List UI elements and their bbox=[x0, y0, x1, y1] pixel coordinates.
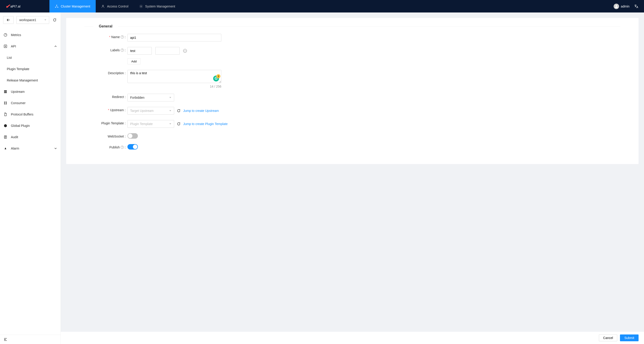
svg-rect-9 bbox=[4, 92, 7, 92]
section-title: General bbox=[99, 24, 112, 28]
api-icon bbox=[4, 45, 7, 48]
sidebar-label: Metrics bbox=[11, 33, 21, 37]
row-name: * Name ? : bbox=[84, 34, 620, 42]
sidebar-label: Upstream bbox=[11, 90, 25, 94]
upstream-placeholder: Target Upstream bbox=[130, 109, 154, 113]
workspace-select[interactable]: workspace1 bbox=[16, 16, 49, 24]
redirect-value: Forbidden bbox=[130, 96, 144, 99]
gauge-icon bbox=[4, 33, 7, 37]
row-websocket: WebSocket : bbox=[84, 133, 620, 139]
language-icon[interactable] bbox=[634, 4, 638, 9]
logo-icon: ✔ bbox=[6, 3, 10, 10]
refresh-workspace-button[interactable] bbox=[52, 17, 57, 23]
footer-actions: Cancel Submit bbox=[61, 332, 644, 344]
sidebar-item-api-list[interactable]: List bbox=[0, 52, 60, 63]
cluster-icon bbox=[55, 5, 58, 8]
svg-rect-10 bbox=[4, 92, 7, 93]
sidebar-submenu-api: API List Plugin Template Release Managem… bbox=[0, 41, 60, 86]
description-textarea[interactable] bbox=[128, 70, 221, 83]
collapse-sidebar-button[interactable] bbox=[0, 335, 60, 344]
audit-icon bbox=[4, 135, 7, 139]
nav-label: Access Control bbox=[107, 5, 128, 8]
svg-point-14 bbox=[6, 104, 7, 104]
name-input[interactable] bbox=[128, 34, 221, 42]
nav-system-management[interactable]: System Management bbox=[134, 0, 180, 13]
create-plugin-template-link[interactable]: Jump to create Plugin Template bbox=[183, 122, 228, 126]
upstream-icon bbox=[4, 90, 7, 94]
sidebar-label: Plugin Template bbox=[7, 67, 29, 71]
sidebar-item-api[interactable]: API bbox=[0, 41, 60, 52]
sidebar-label: Consumer bbox=[11, 101, 26, 105]
top-nav: Cluster Management Access Control System… bbox=[50, 0, 608, 13]
user-name: admin bbox=[621, 5, 630, 8]
label-websocket: WebSocket : bbox=[84, 133, 128, 138]
create-upstream-link[interactable]: Jump to create Upstream bbox=[183, 109, 219, 113]
row-plugin-template: Plugin Template : Plugin Template Jump t… bbox=[84, 120, 620, 128]
sidebar-label: API bbox=[11, 45, 16, 48]
sidebar-item-metrics[interactable]: Metrics bbox=[0, 29, 60, 41]
websocket-toggle[interactable] bbox=[128, 133, 138, 139]
sidebar-item-audit[interactable]: Audit bbox=[0, 131, 60, 143]
consumer-icon bbox=[4, 101, 7, 105]
sidebar: workspace1 Metrics API List Plugin Templ… bbox=[0, 13, 61, 344]
help-icon[interactable]: ? bbox=[121, 35, 124, 39]
label-labels: Labels ? : bbox=[84, 47, 128, 52]
label-name: * Name ? : bbox=[84, 34, 128, 39]
chevron-down-icon bbox=[54, 147, 57, 150]
sidebar-label: Release Management bbox=[7, 79, 38, 82]
user-menu[interactable]: admin bbox=[614, 4, 630, 9]
sidebar-label: Protocol Buffers bbox=[11, 113, 33, 116]
description-counter: 14 / 256 bbox=[128, 85, 221, 88]
svg-rect-8 bbox=[4, 90, 7, 91]
sidebar-item-api-release-management[interactable]: Release Management bbox=[0, 75, 60, 86]
row-description: Description : G 1 14 / 256 bbox=[84, 70, 620, 88]
sidebar-menu: Metrics API List Plugin Template Release… bbox=[0, 28, 60, 335]
plugin-template-placeholder: Plugin Template bbox=[130, 122, 152, 126]
refresh-upstream-button[interactable] bbox=[177, 109, 180, 113]
svg-point-4 bbox=[140, 6, 142, 7]
workspace-selected: workspace1 bbox=[19, 18, 36, 22]
label-value-input[interactable] bbox=[155, 47, 180, 55]
svg-point-11 bbox=[4, 102, 5, 103]
sidebar-item-api-plugin-template[interactable]: Plugin Template bbox=[0, 63, 60, 75]
chevron-up-icon bbox=[54, 45, 57, 48]
cancel-button[interactable]: Cancel bbox=[599, 334, 618, 341]
content: General * Name ? : bbox=[61, 13, 644, 332]
nav-access-control[interactable]: Access Control bbox=[96, 0, 134, 13]
sidebar-item-alarm[interactable]: Alarm bbox=[0, 143, 60, 154]
nav-label: System Management bbox=[145, 5, 175, 8]
sidebar-item-consumer[interactable]: Consumer bbox=[0, 97, 60, 109]
label-key-input[interactable] bbox=[128, 47, 152, 55]
back-button[interactable] bbox=[3, 16, 14, 24]
submit-button[interactable]: Submit bbox=[620, 334, 638, 341]
sidebar-item-global-plugin[interactable]: Global Plugin bbox=[0, 120, 60, 131]
help-icon[interactable]: ? bbox=[121, 49, 124, 52]
refresh-plugin-template-button[interactable] bbox=[177, 122, 180, 126]
row-publish: Publish ? : bbox=[84, 144, 620, 150]
svg-point-13 bbox=[4, 104, 5, 104]
cube-icon bbox=[4, 124, 7, 128]
avatar-icon bbox=[614, 4, 619, 9]
row-labels: Labels ? : Add bbox=[84, 47, 620, 65]
upstream-select[interactable]: Target Upstream bbox=[128, 107, 174, 115]
redirect-select[interactable]: Forbidden bbox=[128, 94, 174, 101]
grammarly-icon[interactable]: G 1 bbox=[213, 76, 219, 82]
publish-toggle[interactable] bbox=[128, 144, 138, 150]
remove-label-button[interactable] bbox=[183, 49, 187, 53]
sidebar-item-protocol-buffers[interactable]: Protocol Buffers bbox=[0, 109, 60, 120]
required-mark: * bbox=[108, 108, 109, 112]
section-header-general: General bbox=[84, 24, 620, 28]
svg-point-12 bbox=[6, 102, 7, 103]
nav-cluster-management[interactable]: Cluster Management bbox=[50, 0, 96, 13]
sidebar-item-upstream[interactable]: Upstream bbox=[0, 86, 60, 97]
help-icon[interactable]: ? bbox=[121, 146, 124, 149]
label-upstream: * Upstream : bbox=[84, 107, 128, 112]
label-description: Description : bbox=[84, 70, 128, 75]
row-redirect: Redirect : Forbidden bbox=[84, 94, 620, 101]
add-label-button[interactable]: Add bbox=[128, 58, 140, 65]
logo: ✔ aPI7.aI bbox=[0, 3, 50, 10]
plugin-template-select[interactable]: Plugin Template bbox=[128, 120, 174, 128]
svg-point-5 bbox=[616, 5, 617, 6]
svg-point-3 bbox=[102, 5, 104, 6]
user-icon bbox=[101, 5, 105, 8]
